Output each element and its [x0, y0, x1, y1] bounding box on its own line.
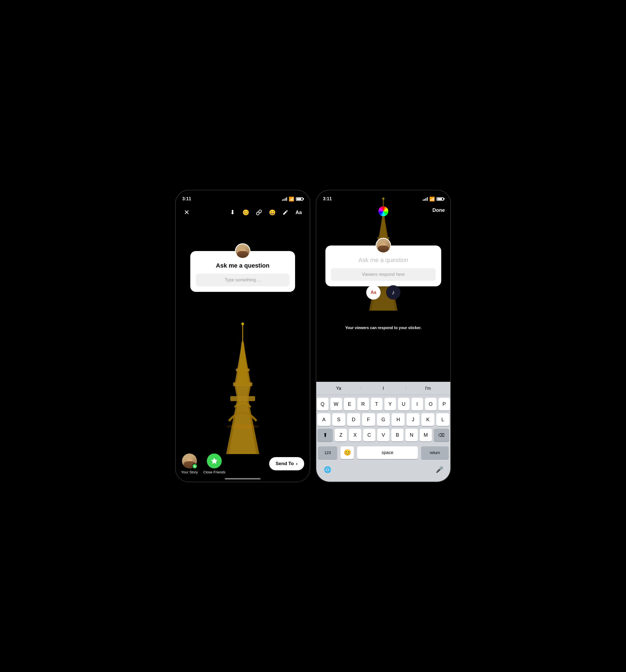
- close-friends-option[interactable]: Close Friends: [203, 454, 225, 474]
- right-phone: 3:11 📶 Done: [316, 190, 451, 482]
- wifi-icon-left: 📶: [289, 196, 294, 202]
- home-indicator-left: [225, 478, 260, 479]
- key-e[interactable]: E: [344, 398, 355, 410]
- key-q[interactable]: Q: [317, 398, 328, 410]
- key-i[interactable]: I: [411, 398, 423, 410]
- add-story-badge: +: [192, 463, 197, 469]
- sticker-input-right[interactable]: Viewers respond here: [331, 268, 436, 281]
- eiffel-tower-image: [221, 316, 265, 454]
- your-story-label: Your Story: [181, 470, 198, 474]
- svg-point-4: [241, 322, 244, 325]
- sticker-input-left[interactable]: Type something....: [196, 274, 290, 286]
- key-g[interactable]: G: [377, 413, 390, 426]
- keyboard-rows: Q W E R T Y U I O P A S: [316, 395, 450, 445]
- key-n[interactable]: N: [405, 429, 418, 441]
- sticker-title-right: Ask me a question: [331, 257, 436, 264]
- text-tool-label: Aa: [371, 290, 376, 295]
- status-bar-right: 3:11 📶: [316, 190, 450, 204]
- key-d[interactable]: D: [347, 413, 360, 426]
- key-r[interactable]: R: [357, 398, 369, 410]
- download-button[interactable]: ⬇: [227, 207, 238, 218]
- emoji-key[interactable]: 😊: [341, 446, 354, 459]
- autocomplete-i[interactable]: I: [361, 386, 406, 391]
- status-time-left: 3:11: [182, 196, 191, 201]
- key-a[interactable]: A: [318, 413, 330, 426]
- effects-button[interactable]: 😊: [240, 207, 251, 218]
- send-to-arrow: ›: [296, 461, 298, 466]
- globe-mic-row: 🌐 🎤: [316, 463, 450, 482]
- question-sticker-right[interactable]: Ask me a question Viewers respond here: [325, 245, 441, 286]
- music-tool-icon: ♪: [392, 289, 395, 296]
- right-screen: 3:11 📶 Done: [316, 190, 450, 482]
- sticker-button[interactable]: 😄: [267, 207, 278, 218]
- key-p[interactable]: P: [439, 398, 450, 410]
- question-sticker-left[interactable]: Ask me a question Type something....: [190, 251, 295, 292]
- key-row-3: ⬆ Z X C V B N M ⌫: [318, 429, 449, 441]
- story-tools: Aa ♪: [366, 285, 400, 299]
- status-bar-left: 3:11 📶: [176, 190, 310, 204]
- key-row-2: A S D F G H J K L: [318, 413, 449, 426]
- svg-rect-3: [242, 325, 243, 340]
- sticker-icon: 😄: [269, 209, 276, 216]
- toolbar-right: ⬇ 😊 😄: [227, 207, 304, 218]
- keyboard: Ya I I'm Q W E R T Y U I O: [316, 382, 450, 482]
- key-k[interactable]: K: [421, 413, 434, 426]
- done-button[interactable]: Done: [432, 208, 445, 213]
- battery-icon-right: [436, 197, 444, 201]
- shift-key[interactable]: ⬆: [318, 429, 333, 441]
- autocomplete-im[interactable]: I'm: [406, 386, 450, 391]
- sticker-avatar-left: [235, 243, 250, 259]
- wifi-icon-right: 📶: [429, 196, 435, 202]
- keyboard-bottom-row: 123 😊 space return: [316, 445, 450, 463]
- close-friends-avatar: [207, 454, 222, 469]
- text-button[interactable]: Aa: [293, 207, 304, 218]
- status-icons-right: 📶: [423, 196, 444, 202]
- text-icon: Aa: [295, 210, 302, 215]
- close-friends-label: Close Friends: [203, 470, 225, 474]
- close-icon: ✕: [184, 209, 190, 216]
- key-u[interactable]: U: [398, 398, 409, 410]
- download-icon: ⬇: [230, 209, 235, 216]
- key-m[interactable]: M: [420, 429, 432, 441]
- close-button[interactable]: ✕: [181, 207, 192, 218]
- autocomplete-ya[interactable]: Ya: [316, 386, 361, 391]
- key-c[interactable]: C: [363, 429, 375, 441]
- return-key[interactable]: return: [421, 446, 449, 459]
- send-to-label: Send To: [276, 461, 294, 466]
- key-b[interactable]: B: [391, 429, 403, 441]
- draw-button[interactable]: [280, 207, 291, 218]
- sticker-avatar-right: [376, 238, 391, 253]
- left-phone: 3:11 📶 ✕: [175, 190, 310, 482]
- key-x[interactable]: X: [349, 429, 361, 441]
- your-story-option[interactable]: + Your Story: [181, 454, 198, 474]
- signal-icon-right: [423, 197, 428, 201]
- key-j[interactable]: J: [406, 413, 420, 426]
- link-button[interactable]: [253, 207, 265, 218]
- color-picker-button[interactable]: [378, 206, 388, 216]
- space-key[interactable]: space: [357, 446, 418, 459]
- key-l[interactable]: L: [436, 413, 449, 426]
- key-z[interactable]: Z: [335, 429, 347, 441]
- key-s[interactable]: S: [332, 413, 345, 426]
- sticker-title-left: Ask me a question: [196, 262, 290, 269]
- globe-key[interactable]: 🌐: [321, 463, 334, 476]
- send-to-button[interactable]: Send To ›: [269, 457, 304, 470]
- music-tool-button[interactable]: ♪: [386, 285, 400, 299]
- key-f[interactable]: F: [362, 413, 375, 426]
- left-screen: 3:11 📶 ✕: [176, 190, 310, 482]
- backspace-key[interactable]: ⌫: [434, 429, 449, 441]
- key-o[interactable]: O: [425, 398, 436, 410]
- key-h[interactable]: H: [392, 413, 405, 426]
- status-icons-left: 📶: [282, 196, 303, 202]
- effects-icon: 😊: [243, 209, 249, 216]
- key-row-1: Q W E R T Y U I O P: [318, 398, 449, 410]
- key-v[interactable]: V: [377, 429, 390, 441]
- key-y[interactable]: Y: [384, 398, 396, 410]
- mic-key[interactable]: 🎤: [433, 463, 446, 476]
- status-time-right: 3:11: [323, 196, 332, 201]
- link-icon: [256, 209, 262, 215]
- text-tool-button[interactable]: Aa: [366, 285, 380, 299]
- key-t[interactable]: T: [371, 398, 382, 410]
- numbers-key[interactable]: 123: [318, 446, 337, 459]
- key-w[interactable]: W: [330, 398, 342, 410]
